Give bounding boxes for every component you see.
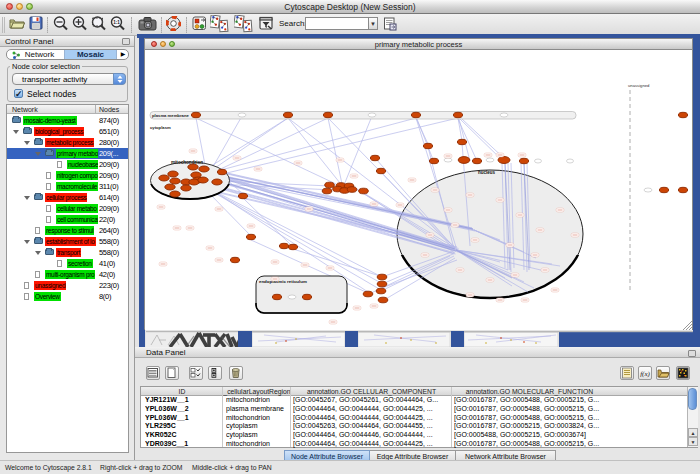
svg-text:1:1: 1:1 [113, 20, 120, 25]
svg-text:nucleus: nucleus [478, 170, 496, 175]
svg-text:plasma membrane: plasma membrane [152, 113, 189, 118]
svg-text:cytoplasm: cytoplasm [150, 125, 171, 130]
svg-text:endoplasmic reticulum: endoplasmic reticulum [259, 279, 307, 284]
svg-text:f(x): f(x) [640, 370, 650, 378]
svg-text:unassigned: unassigned [628, 83, 650, 88]
svg-text:mitochondrion: mitochondrion [171, 160, 203, 165]
